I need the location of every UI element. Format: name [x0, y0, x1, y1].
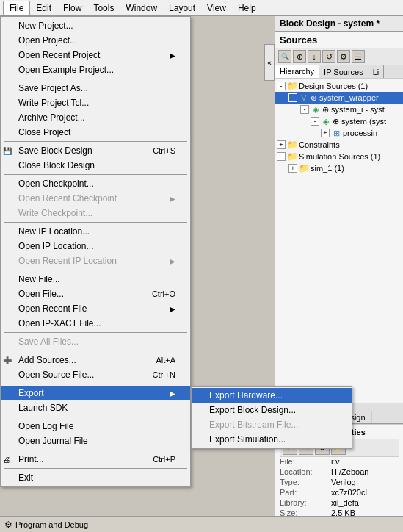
- tree-processin[interactable]: + ⊞ processin: [275, 127, 403, 139]
- menu-exit[interactable]: Exit: [1, 470, 190, 485]
- sep-11: [4, 468, 187, 469]
- menu-open-checkpoint[interactable]: Open Checkpoint...: [1, 176, 190, 191]
- props-part-row: Part: xc7z020cl: [280, 488, 399, 497]
- menu-archive-project[interactable]: Archive Project...: [1, 110, 190, 125]
- export-submenu: Export Hardware... Export Block Design..…: [191, 386, 352, 449]
- menu-export[interactable]: Export ▶: [1, 386, 190, 400]
- tree-system-i[interactable]: - ◈ ⊛ system_i - syst: [275, 104, 403, 115]
- tree-system-wrapper[interactable]: - V ⊛ system_wrapper: [275, 92, 403, 104]
- tab-ip-sources[interactable]: IP Sources: [319, 65, 368, 78]
- menu-new-project[interactable]: New Project...: [1, 18, 190, 33]
- toolbar-add-btn[interactable]: ⊕: [293, 50, 306, 63]
- right-panel: Block Design - system * Sources 🔍 ⊕ ↓ ↺ …: [275, 16, 403, 532]
- tab-li[interactable]: Li: [368, 65, 385, 78]
- submenu-export-block-design[interactable]: Export Block Design...: [192, 403, 352, 417]
- props-library-val: xil_defa: [331, 498, 359, 507]
- menu-open-project[interactable]: Open Project...: [1, 33, 190, 48]
- sep-5: [4, 270, 187, 270]
- menu-add-sources[interactable]: ➕ Add Sources... Alt+A: [1, 353, 190, 367]
- menu-edit[interactable]: Edit: [30, 1, 57, 15]
- menu-open-recent-checkpoint: Open Recent Checkpoint ▶: [1, 191, 190, 206]
- statusbar: ⚙ Program and Debug: [0, 516, 403, 532]
- menu-window[interactable]: Window: [120, 1, 163, 15]
- props-library-key: Library:: [280, 498, 331, 507]
- props-library-row: Library: xil_defa: [280, 498, 399, 507]
- system-icon: ◈: [321, 116, 331, 126]
- block-design-title: Block Design - system *: [280, 18, 380, 29]
- menu-save-project-as[interactable]: Save Project As...: [1, 81, 190, 96]
- props-type-row: Type: Verilog: [280, 478, 399, 486]
- menu-new-ip-location[interactable]: New IP Location...: [1, 224, 190, 239]
- system-i-icon: ◈: [311, 104, 321, 115]
- tree-expand-constraints[interactable]: +: [277, 140, 286, 149]
- menu-tools[interactable]: Tools: [87, 1, 120, 15]
- tree-constraints[interactable]: + 📁 Constraints: [275, 139, 403, 151]
- system-wrapper-label: ⊛ system_wrapper: [311, 93, 379, 103]
- menu-write-checkpoint: Write Checkpoint...: [1, 206, 190, 220]
- menu-close-block-design[interactable]: Close Block Design: [1, 158, 190, 173]
- tree-expand-design-sources[interactable]: -: [277, 82, 286, 90]
- toolbar-search-btn[interactable]: 🔍: [278, 50, 291, 63]
- collapse-panel-button[interactable]: «: [264, 44, 275, 81]
- menu-launch-sdk[interactable]: Launch SDK: [1, 400, 190, 415]
- menu-help[interactable]: Help: [232, 1, 262, 15]
- submenu-export-simulation[interactable]: Export Simulation...: [192, 432, 352, 447]
- menu-flow[interactable]: Flow: [57, 1, 87, 15]
- sources-label: Sources: [275, 32, 403, 48]
- submenu-export-bitstream: Export Bitstream File...: [192, 417, 352, 432]
- menu-open-recent-file[interactable]: Open Recent File ▶: [1, 301, 190, 316]
- menu-print[interactable]: 🖨 Print... Ctrl+P: [1, 452, 190, 467]
- export-submenu-container: Export Hardware... Export Block Design..…: [191, 386, 352, 449]
- menubar: File Edit Flow Tools Window Layout View …: [0, 0, 403, 16]
- tree-expand-system-i[interactable]: -: [300, 105, 309, 114]
- open-source-file-shortcut: Ctrl+N: [153, 370, 175, 379]
- save-block-design-icon: 💾: [3, 147, 12, 155]
- system-i-label: ⊛ system_i - syst: [322, 105, 385, 115]
- menu-open-ip-location[interactable]: Open IP Location...: [1, 239, 190, 254]
- menu-close-project[interactable]: Close Project: [1, 125, 190, 140]
- sep-3: [4, 174, 187, 175]
- menu-open-log-file[interactable]: Open Log File: [1, 419, 190, 434]
- file-dropdown: New Project... Open Project... Open Rece…: [0, 16, 191, 487]
- tree-area: - 📁 Design Sources (1) - V ⊛ system_wrap…: [275, 79, 403, 403]
- toolbar-settings-btn[interactable]: ⚙: [337, 50, 350, 63]
- tree-expand-system[interactable]: -: [311, 117, 319, 126]
- toolbar-import-btn[interactable]: ↓: [308, 50, 321, 63]
- tree-simulation-sources[interactable]: - 📁 Simulation Sources (1): [275, 151, 403, 162]
- sep-6: [4, 332, 187, 333]
- export-arrow: ▶: [170, 389, 175, 398]
- menu-open-file[interactable]: Open File... Ctrl+O: [1, 287, 190, 301]
- menu-new-file[interactable]: New File...: [1, 272, 190, 287]
- menu-open-recent-ip-location: Open Recent IP Location ▶: [1, 254, 190, 268]
- sep-4: [4, 222, 187, 223]
- hierarchy-tabs: Hierarchy IP Sources Li: [275, 65, 403, 79]
- menu-write-project-tcl[interactable]: Write Project Tcl...: [1, 96, 190, 110]
- tree-system[interactable]: - ◈ ⊕ system (syst: [275, 115, 403, 127]
- sep-1: [4, 79, 187, 79]
- menu-file[interactable]: File: [3, 1, 30, 15]
- tree-expand-processin[interactable]: +: [321, 129, 330, 137]
- tree-sim-1[interactable]: + 📁 sim_1 (1): [275, 162, 403, 174]
- sep-2: [4, 141, 187, 142]
- menu-open-example-project[interactable]: Open Example Project...: [1, 62, 190, 77]
- menu-open-source-file[interactable]: Open Source File... Ctrl+N: [1, 367, 190, 382]
- props-location-key: Location:: [280, 467, 331, 476]
- toolbar-refresh-btn[interactable]: ↺: [322, 50, 335, 63]
- menu-save-block-design[interactable]: 💾 Save Block Design Ctrl+S: [1, 143, 190, 158]
- menu-view[interactable]: View: [201, 1, 232, 15]
- tree-design-sources[interactable]: - 📁 Design Sources (1): [275, 80, 403, 92]
- processin-label: processin: [343, 129, 377, 137]
- menu-open-recent-project[interactable]: Open Recent Project ▶: [1, 48, 190, 62]
- props-location-val: H:/Zeboan: [331, 467, 368, 476]
- system-wrapper-file-icon: V: [299, 93, 309, 103]
- tree-expand-sim-1[interactable]: +: [288, 164, 297, 173]
- tree-expand-system-wrapper[interactable]: -: [288, 93, 297, 102]
- menu-open-ip-xact-file[interactable]: Open IP-XACT File...: [1, 316, 190, 331]
- menu-open-journal-file[interactable]: Open Journal File: [1, 434, 190, 448]
- toolbar-tree-btn[interactable]: ☰: [352, 50, 365, 63]
- tree-expand-simulation-sources[interactable]: -: [277, 152, 286, 161]
- tab-hierarchy[interactable]: Hierarchy: [275, 65, 319, 78]
- submenu-export-hardware[interactable]: Export Hardware...: [192, 388, 352, 403]
- sep-7: [4, 351, 187, 351]
- menu-layout[interactable]: Layout: [163, 1, 201, 15]
